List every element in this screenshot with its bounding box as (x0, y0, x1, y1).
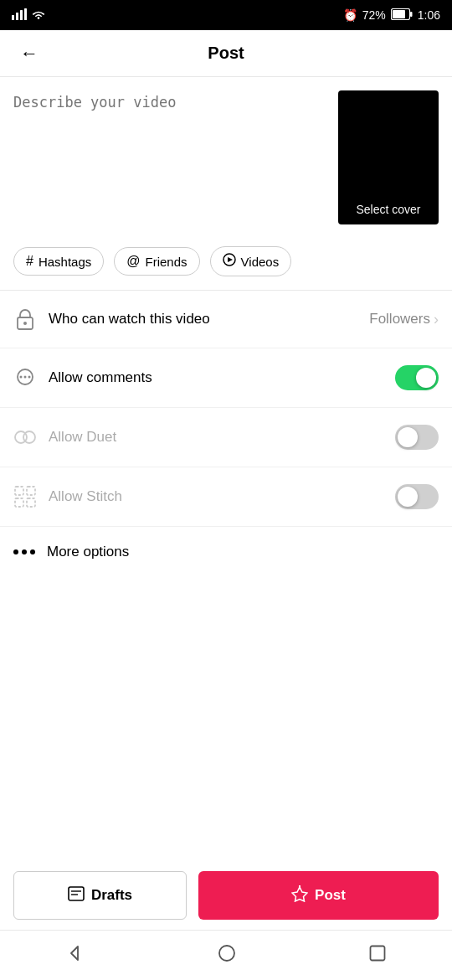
svg-rect-3 (24, 8, 27, 20)
more-options-row[interactable]: More options (0, 527, 452, 577)
more-options-icon (13, 549, 35, 554)
svg-point-17 (23, 431, 35, 443)
allow-duet-toggle[interactable] (395, 425, 439, 450)
more-options-label: More options (47, 544, 439, 560)
toggle-knob (398, 427, 418, 447)
drafts-label: Drafts (91, 887, 132, 904)
description-row: Select cover (0, 77, 452, 238)
comment-icon (13, 366, 37, 389)
svg-point-13 (20, 376, 23, 379)
nav-home-icon[interactable] (218, 944, 236, 967)
page-header: ← Post (0, 30, 452, 77)
svg-point-15 (28, 376, 31, 379)
stitch-icon (13, 485, 37, 508)
alarm-icon: ⏰ (343, 8, 357, 22)
at-icon: @ (126, 254, 140, 269)
signal-icon (12, 8, 27, 23)
chevron-icon: › (434, 311, 439, 328)
post-icon (291, 885, 308, 906)
svg-rect-20 (15, 498, 23, 507)
time-display: 1:06 (418, 8, 440, 22)
lock-icon (13, 307, 37, 331)
svg-rect-18 (15, 487, 23, 495)
svg-point-11 (23, 322, 27, 325)
drafts-button[interactable]: Drafts (13, 871, 187, 920)
svg-rect-6 (410, 12, 413, 17)
who-can-watch-value: Followers › (369, 311, 439, 328)
cover-selector[interactable]: Select cover (338, 90, 439, 224)
svg-rect-2 (20, 10, 23, 20)
svg-rect-19 (27, 487, 35, 495)
battery-icon (391, 8, 413, 23)
videos-label: Videos (241, 255, 280, 269)
allow-stitch-row[interactable]: Allow Stitch (0, 467, 452, 527)
page-title: Post (208, 44, 244, 63)
allow-stitch-toggle[interactable] (395, 484, 439, 509)
play-icon (223, 253, 236, 270)
post-button[interactable]: Post (198, 871, 439, 920)
nav-square-icon[interactable] (369, 945, 386, 967)
svg-rect-21 (27, 498, 35, 507)
svg-rect-22 (69, 887, 84, 900)
toggle-knob (416, 368, 436, 388)
svg-point-14 (24, 376, 27, 379)
hashtag-icon: # (26, 254, 33, 269)
hashtags-button[interactable]: # Hashtags (13, 247, 104, 276)
svg-point-4 (38, 17, 40, 19)
svg-point-27 (219, 946, 234, 961)
status-left (12, 8, 46, 23)
toggle-knob (398, 487, 418, 507)
description-input[interactable] (13, 90, 328, 208)
allow-duet-row[interactable]: Allow Duet (0, 408, 452, 467)
cover-label: Select cover (356, 203, 420, 216)
bottom-bar: Drafts Post (0, 861, 452, 930)
allow-stitch-label: Allow Stitch (49, 488, 383, 505)
who-can-watch-label: Who can watch this video (49, 311, 357, 328)
tag-row: # Hashtags @ Friends Videos (0, 238, 452, 290)
svg-rect-28 (370, 946, 384, 960)
nav-bar (0, 930, 452, 980)
svg-rect-0 (12, 15, 14, 20)
svg-marker-26 (71, 946, 78, 960)
allow-duet-label: Allow Duet (49, 429, 383, 446)
back-button[interactable]: ← (13, 39, 45, 68)
friends-label: Friends (146, 255, 187, 269)
svg-rect-7 (393, 10, 405, 18)
post-label: Post (315, 887, 346, 904)
allow-comments-label: Allow comments (49, 369, 383, 386)
friends-button[interactable]: @ Friends (114, 247, 199, 276)
svg-marker-9 (228, 257, 233, 262)
drafts-icon (68, 886, 85, 905)
videos-button[interactable]: Videos (210, 246, 292, 276)
status-bar: ⏰ 72% 1:06 (0, 0, 452, 30)
wifi-icon (31, 8, 46, 23)
nav-back-icon[interactable] (66, 944, 85, 967)
hashtags-label: Hashtags (39, 255, 91, 269)
who-can-watch-row[interactable]: Who can watch this video Followers › (0, 291, 452, 348)
status-right: ⏰ 72% 1:06 (343, 8, 440, 23)
duet-icon (13, 426, 37, 449)
allow-comments-toggle[interactable] (395, 365, 439, 390)
svg-rect-1 (16, 13, 18, 20)
battery-text: 72% (362, 8, 386, 22)
allow-comments-row[interactable]: Allow comments (0, 348, 452, 408)
